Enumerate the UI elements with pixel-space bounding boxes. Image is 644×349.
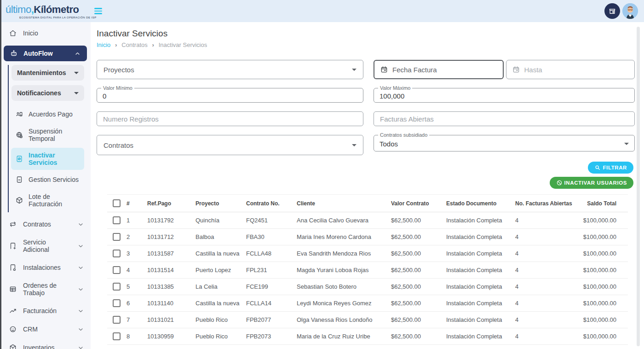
sidebar-item-crm[interactable]: CRM bbox=[0, 320, 91, 338]
table-header-row: #Ref.PagoProyectoContrato No.ClienteValo… bbox=[107, 195, 628, 212]
row-checkbox[interactable] bbox=[113, 299, 121, 307]
sidebar-item-contratos[interactable]: Contratos bbox=[0, 215, 91, 233]
column-header: Estado Documento bbox=[446, 195, 515, 212]
column-header: Saldo Total bbox=[575, 195, 628, 212]
user-avatar[interactable] bbox=[622, 3, 638, 19]
row-checkbox[interactable] bbox=[113, 233, 121, 241]
row-checkbox[interactable] bbox=[113, 283, 121, 291]
column-header: Proyecto bbox=[196, 195, 246, 212]
logo-tagline: ECOSISTEMA DIGITAL PARA LA OPERACIÓN DE … bbox=[19, 16, 91, 19]
person-card-icon bbox=[15, 110, 23, 118]
numero-registros-input[interactable] bbox=[97, 111, 363, 126]
table-cell-saldo: $100,000.00 bbox=[575, 245, 628, 262]
table-cell-n: 4 bbox=[126, 262, 147, 279]
submenu-notificaciones[interactable]: Notificaciones bbox=[12, 85, 84, 101]
sidebar-item-servicio-adicional[interactable]: Servicio Adicional bbox=[0, 233, 91, 258]
repeat-icon bbox=[9, 220, 17, 228]
table-cell-cont: FPB2077 bbox=[246, 312, 297, 328]
sidebar-item-inventarios[interactable]: Inventarios bbox=[0, 338, 91, 349]
valor-maximo-input[interactable] bbox=[374, 88, 634, 102]
table-cell-saldo: $100,000.00 bbox=[575, 345, 628, 349]
sidebar-item-lote-facturacion[interactable]: Lote de Facturación bbox=[9, 188, 84, 212]
column-header: Contrato No. bbox=[246, 195, 297, 212]
table-cell-valor: $62,500.00 bbox=[391, 295, 446, 312]
submenu-mantenimientos[interactable]: Mantenimientos bbox=[12, 65, 84, 81]
chevron-down-icon bbox=[77, 221, 84, 228]
filtrar-button[interactable]: FILTRAR bbox=[588, 162, 633, 174]
table-cell-cli: Maria Ines Moreno Cardona bbox=[297, 229, 391, 245]
sidebar-item-facturacion[interactable]: Facturación bbox=[0, 302, 91, 320]
search-icon bbox=[594, 164, 601, 171]
chevron-down-icon bbox=[77, 243, 84, 250]
table-cell-proy: Balboa bbox=[196, 229, 246, 245]
table-cell-valor: $62,500.00 bbox=[391, 229, 446, 245]
row-checkbox[interactable] bbox=[113, 250, 121, 257]
row-checkbox[interactable] bbox=[113, 316, 121, 324]
breadcrumb-separator: › bbox=[115, 42, 117, 48]
sidebar-item-inactivar-servicios[interactable]: Inactivar Servicios bbox=[11, 148, 84, 170]
package-icon bbox=[15, 196, 23, 204]
robot-icon bbox=[10, 49, 18, 58]
sidebar-scrollbar[interactable] bbox=[0, 0, 1, 349]
inactivar-usuarios-button[interactable]: INACTIVAR USUARIOS bbox=[550, 177, 633, 189]
document-gear-icon bbox=[9, 263, 17, 272]
table-cell-fact: 4 bbox=[515, 262, 575, 279]
breadcrumb-inicio[interactable]: Inicio bbox=[97, 41, 110, 48]
sidebar-item-suspension-temporal[interactable]: Suspensión Temporal bbox=[9, 123, 84, 147]
table-cell-valor: $62,500.00 bbox=[391, 262, 446, 279]
table-cell-cli: Eva Sandrith Mendoza Rios bbox=[297, 245, 391, 262]
table-cell-saldo: $100,000.00 bbox=[575, 262, 628, 279]
proyectos-select[interactable]: Proyectos bbox=[97, 60, 363, 79]
table-cell-proy: La Celia bbox=[196, 279, 246, 295]
breadcrumb-contratos: Contratos bbox=[121, 41, 147, 48]
document-icon bbox=[15, 175, 23, 184]
select-all-checkbox[interactable] bbox=[113, 199, 121, 207]
table-cell-ref: 10131514 bbox=[147, 262, 196, 279]
sidebar-item-acuerdos-pago[interactable]: Acuerdos Pago bbox=[9, 105, 84, 123]
table-cell-ref: 10131021 bbox=[147, 312, 196, 328]
filters-panel: Proyectos Fecha Factura Hasta Valor Míni… bbox=[97, 60, 635, 155]
logo[interactable]: último,Kílómetro ECOSISTEMA DIGITAL PARA… bbox=[0, 4, 91, 19]
table-cell-n: 5 bbox=[126, 279, 147, 295]
valor-minimo-input[interactable] bbox=[97, 88, 363, 102]
table-cell-n: 7 bbox=[126, 312, 147, 328]
chevron-up-icon bbox=[74, 50, 81, 57]
table-row: 510131385La CeliaFCE199Sebastian Soto Bo… bbox=[107, 279, 628, 295]
facturas-abiertas-input[interactable] bbox=[374, 111, 635, 126]
table-row: 910130610QuinchíaFQ2326Gladis Elena Orti… bbox=[107, 345, 628, 349]
chevron-down-icon bbox=[74, 92, 79, 94]
hamburger-menu-icon[interactable] bbox=[94, 8, 102, 14]
document-plus-icon bbox=[9, 242, 17, 250]
contratos-select[interactable]: Contratos bbox=[97, 135, 363, 155]
sidebar-item-gestion-servicios[interactable]: Gestion Servicios bbox=[9, 171, 84, 188]
page-scrollbar[interactable] bbox=[637, 27, 640, 346]
table-cell-valor: $62,500.00 bbox=[391, 212, 446, 229]
hasta-input[interactable]: Hasta bbox=[506, 60, 635, 79]
table-cell-proy: Puerto Lopez bbox=[196, 262, 246, 279]
sidebar-item-ordenes-trabajo[interactable]: Ordenes de Trabajo bbox=[0, 277, 91, 302]
sidebar-item-autoflow[interactable]: AutoFlow bbox=[4, 46, 87, 61]
sidebar-item-inicio[interactable]: Inicio bbox=[0, 24, 91, 42]
table-cell-n: 6 bbox=[126, 295, 147, 312]
store-button[interactable] bbox=[604, 3, 620, 19]
chevron-down-icon bbox=[77, 286, 84, 293]
row-checkbox[interactable] bbox=[113, 332, 121, 340]
chevron-down-icon bbox=[74, 72, 79, 74]
header: último,Kílómetro ECOSISTEMA DIGITAL PARA… bbox=[0, 0, 644, 22]
breadcrumb-separator: › bbox=[152, 42, 154, 48]
home-icon bbox=[9, 29, 17, 37]
table-cell-proy: Quinchía bbox=[196, 345, 246, 349]
table-cell-fact: 4 bbox=[515, 312, 575, 328]
sidebar-item-instalaciones[interactable]: Instalaciones bbox=[0, 258, 91, 277]
trend-chart-icon bbox=[9, 307, 17, 315]
fecha-factura-input[interactable]: Fecha Factura bbox=[374, 60, 504, 79]
row-checkbox[interactable] bbox=[113, 216, 121, 224]
table-cell-saldo: $100,000.00 bbox=[575, 212, 628, 229]
table-cell-proy: Quinchía bbox=[196, 212, 246, 229]
store-icon bbox=[608, 7, 616, 15]
contratos-subsidiado-select[interactable]: Contratos subsidiado Todos bbox=[374, 135, 635, 151]
row-checkbox[interactable] bbox=[113, 266, 121, 274]
table-cell-saldo: $100,000.00 bbox=[575, 312, 628, 328]
table-cell-saldo: $100,000.00 bbox=[575, 229, 628, 245]
globe-slash-icon bbox=[15, 131, 23, 139]
